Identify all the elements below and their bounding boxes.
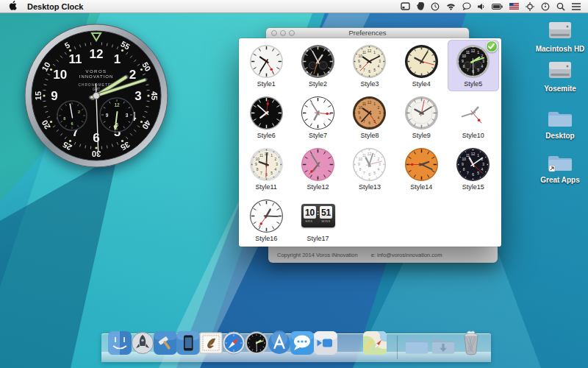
dock-launchpad-icon[interactable]	[130, 330, 155, 358]
dock-desktop-clock-icon[interactable]	[244, 330, 269, 358]
dock-messages-icon[interactable]	[290, 330, 315, 358]
svg-text:11: 11	[259, 153, 263, 157]
dock-devices-icon[interactable]	[176, 330, 201, 358]
clock-style-option-style4[interactable]: Style4	[395, 40, 447, 91]
desktop: Desktop Clock 51015202530354045505512123…	[0, 0, 588, 368]
svg-text:VOROS: VOROS	[85, 69, 107, 74]
clock-style-option-style13[interactable]: 123456789101112Style13	[344, 143, 395, 194]
folder-icon	[547, 118, 573, 130]
svg-text:1: 1	[114, 52, 121, 66]
chat-bubble-icon[interactable]	[462, 0, 471, 13]
svg-text:8: 8	[359, 116, 362, 120]
desktop-clock-widget[interactable]: 510152025303540455055121234567891011VORO…	[24, 24, 168, 168]
clock-style-label: Style6	[257, 132, 276, 139]
dock-safari-icon[interactable]	[221, 330, 246, 358]
desktop-icon-label: Yosemite	[533, 85, 587, 93]
clock-style-option-style8[interactable]: 123456789101112Style8	[344, 91, 395, 143]
flip-hrs-label: HRS	[306, 219, 313, 223]
clock-style-preview: 123456789101112	[352, 94, 387, 131]
clock-style-preview	[249, 43, 284, 79]
clock-style-label: Style11	[256, 183, 277, 191]
active-app-name[interactable]: Desktop Clock	[27, 2, 83, 11]
menu-status-area	[401, 0, 588, 13]
clock-style-option-style10[interactable]: Style10	[448, 91, 499, 143]
apple-menu[interactable]	[9, 0, 17, 13]
svg-text:5: 5	[477, 171, 479, 175]
dock-downloads-icon[interactable]	[431, 335, 456, 358]
dock-app-store-icon[interactable]	[267, 330, 292, 358]
dock-folder-icon[interactable]	[404, 335, 429, 358]
svg-text:10: 10	[462, 157, 467, 160]
clock-style-option-style14[interactable]: Style14	[395, 143, 447, 194]
svg-text:10: 10	[255, 157, 259, 160]
display-capture-icon[interactable]	[401, 0, 410, 13]
clock-style-preview: 123456789101112	[352, 43, 387, 79]
clock-style-grid: Style1Style2123456789101112Style3Style41…	[240, 40, 499, 246]
clock-style-option-style17[interactable]: 10:51HRSMINSStyle17	[292, 194, 343, 246]
crosshair-icon[interactable]	[526, 0, 534, 13]
svg-text:9: 9	[358, 60, 360, 63]
clock-style-label: Style8	[360, 132, 379, 139]
dock-finder-icon[interactable]	[107, 330, 132, 358]
svg-text:10: 10	[359, 157, 363, 160]
clock-style-option-style15[interactable]: 123456789101112Style15	[448, 143, 499, 194]
svg-text:9: 9	[106, 113, 109, 118]
contact-email: e: info@vorosinnovation.com	[371, 252, 442, 258]
svg-text:9: 9	[358, 111, 360, 115]
clock-style-option-style5[interactable]: 123456789101112Style5	[448, 40, 499, 91]
svg-text:12: 12	[471, 49, 476, 52]
clock-style-option-style6[interactable]: Style6	[240, 91, 292, 143]
clock-style-option-style11[interactable]: 123456789101112Style11	[240, 143, 292, 194]
svg-text:10: 10	[462, 54, 467, 57]
clock-icon[interactable]	[431, 0, 440, 13]
selected-check-icon	[486, 40, 498, 52]
dock-xcode-icon[interactable]	[153, 330, 178, 358]
dock-trash-icon[interactable]	[460, 329, 482, 358]
us-flag-icon[interactable]	[509, 0, 519, 13]
clock-style-label: Style10	[462, 132, 484, 139]
svg-text:9: 9	[462, 60, 464, 63]
svg-text:1: 1	[374, 50, 376, 54]
clock-style-option-style12[interactable]: Style12	[292, 143, 343, 194]
evernote-icon[interactable]	[417, 0, 424, 13]
clock-style-option-style3[interactable]: 123456789101112Style3	[344, 40, 395, 91]
clock-style-label: Style3	[360, 80, 379, 88]
svg-text:15: 15	[34, 91, 43, 100]
svg-text:2: 2	[378, 157, 380, 160]
svg-text:7: 7	[467, 171, 469, 175]
window-title: Preferences	[266, 28, 469, 38]
window-titlebar[interactable]: Preferences	[266, 28, 469, 38]
svg-text:45: 45	[150, 91, 159, 100]
svg-text:11: 11	[362, 50, 366, 54]
desktop-icon-yosemite[interactable]: Yosemite	[533, 59, 587, 93]
drive-icon	[547, 71, 573, 83]
svg-text:3: 3	[379, 60, 381, 63]
minimize-button[interactable]	[280, 30, 286, 36]
volume-icon[interactable]	[478, 0, 485, 13]
clock-style-preview: 123456789101112	[352, 146, 387, 183]
desktop-icon-desktop[interactable]: Desktop	[533, 107, 587, 140]
dock-mail-icon[interactable]	[198, 330, 223, 358]
svg-text:11: 11	[466, 50, 470, 54]
clock-style-option-style7[interactable]: Style7	[292, 91, 343, 143]
svg-text:8: 8	[463, 168, 465, 171]
flip-clock-preview: 10:51HRSMINS	[301, 204, 335, 227]
zoom-button[interactable]	[289, 30, 295, 36]
spotlight-search-icon[interactable]	[556, 0, 565, 13]
dock-maps-icon[interactable]	[362, 330, 387, 358]
desktop-icon-macintosh-hd[interactable]: Macintosh HD	[533, 19, 587, 53]
notification-center-icon[interactable]	[572, 0, 581, 13]
desktop-icon-great-apps[interactable]: Great Apps	[533, 152, 587, 184]
clock-style-option-style9[interactable]: Style9	[395, 91, 447, 143]
wifi-icon[interactable]	[446, 0, 456, 13]
battery-icon[interactable]	[492, 0, 503, 13]
svg-text:4: 4	[481, 168, 484, 171]
alarm-clock-icon[interactable]	[541, 0, 550, 13]
clock-style-option-style16[interactable]: Style16	[240, 194, 292, 246]
svg-text:2: 2	[481, 54, 484, 57]
dock-facetime-icon[interactable]	[313, 330, 338, 358]
svg-text:8: 8	[359, 65, 362, 68]
clock-style-option-style1[interactable]: Style1	[240, 40, 292, 91]
close-button[interactable]	[271, 30, 277, 36]
clock-style-option-style2[interactable]: Style2	[292, 40, 343, 91]
